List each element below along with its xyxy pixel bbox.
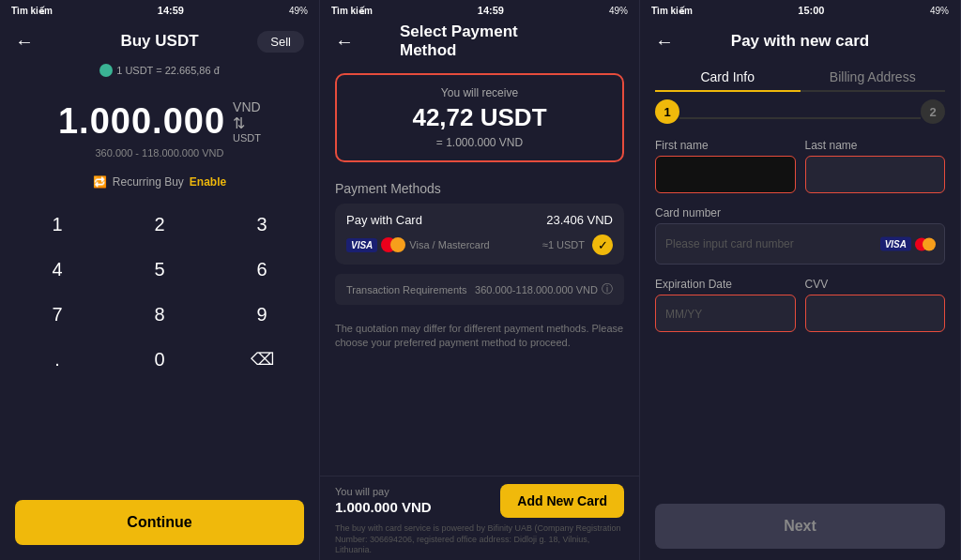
card-types-text: Visa / Mastercard — [409, 239, 489, 250]
mc-circle-orange-2 — [923, 237, 936, 250]
page-title-3: Pay with new card — [731, 32, 869, 51]
receive-label: You will receive — [348, 86, 611, 99]
status-right-2: 49% — [609, 6, 628, 16]
add-new-card-button[interactable]: Add New Card — [500, 484, 624, 518]
card-right: ≈1 USDT ✓ — [542, 235, 613, 255]
status-left-2: Tìm kiếm — [331, 6, 373, 16]
swap-icon[interactable]: ⇅ — [233, 114, 245, 132]
amount-display: 1.000.000 VND ⇅ USDT — [0, 99, 319, 144]
panel2-footer: You will pay 1.000.000 VND Add New Card … — [320, 476, 639, 560]
last-name-group: Last name — [805, 139, 946, 193]
name-row: First name Last name — [655, 139, 945, 193]
status-center-3: 15:00 — [798, 5, 824, 16]
trans-req-value: 360.000-118.000.000 VND ⓘ — [475, 281, 613, 297]
pay-with-card-label: Pay with Card — [346, 213, 422, 227]
keypad: 1 2 3 4 5 6 7 8 9 . 0 ⌫ — [0, 204, 319, 492]
recurring-label: Recurring Buy — [113, 175, 184, 189]
back-button-2[interactable]: ← — [335, 31, 354, 53]
receive-amount: 42,72 USDT — [348, 103, 611, 132]
last-name-input[interactable] — [805, 156, 946, 193]
enable-button[interactable]: Enable — [190, 175, 226, 189]
pay-amount: 23.406 VND — [546, 213, 613, 227]
you-will-pay-label: You will pay — [335, 486, 432, 497]
tab-billing-address[interactable]: Billing Address — [801, 69, 946, 90]
key-2[interactable]: 2 — [117, 204, 202, 245]
step-1-circle: 1 — [655, 99, 679, 124]
payment-card-option[interactable]: Pay with Card 23.406 VND VISA Visa / Mas… — [335, 204, 624, 265]
key-3[interactable]: 3 — [220, 204, 304, 245]
check-icon: ✓ — [592, 235, 613, 255]
range-text: 360.000 - 118.000.000 VND — [0, 147, 319, 159]
visa-logo-card: VISA — [880, 237, 911, 251]
step-indicators: 1 2 — [640, 92, 960, 128]
currency-group: VND ⇅ USDT — [233, 99, 261, 144]
payment-methods-title: Payment Methods — [320, 181, 639, 196]
tab-header: Card Info Billing Address — [640, 62, 960, 90]
back-button-1[interactable]: ← — [15, 31, 34, 53]
page-title-2: Select Payment Method — [400, 23, 559, 60]
info-icon: ⓘ — [602, 281, 613, 297]
expiry-label: Expiration Date — [655, 278, 796, 291]
last-name-label: Last name — [805, 139, 946, 152]
rate-text: 1 USDT = 22.665,86 đ — [116, 65, 220, 76]
cvv-input[interactable] — [805, 295, 946, 332]
keypad-row-4: . 0 ⌫ — [15, 339, 304, 380]
panel-select-payment: Tìm kiếm 14:59 49% ← Select Payment Meth… — [320, 0, 640, 560]
header-1: ← Buy USDT Sell — [0, 21, 319, 62]
coin-icon — [99, 64, 113, 77]
key-0[interactable]: 0 — [117, 339, 202, 380]
trans-req-label: Transaction Requirements — [346, 284, 467, 295]
key-6[interactable]: 6 — [220, 249, 304, 290]
status-bar-1: Tìm kiếm 14:59 49% — [0, 0, 319, 21]
footer-row: You will pay 1.000.000 VND Add New Card — [335, 484, 624, 518]
mc-logo-card — [915, 237, 936, 250]
footer-content: You will pay 1.000.000 VND Add New Card … — [320, 476, 639, 560]
panel-pay-new-card: Tìm kiếm 15:00 49% ← Pay with new card C… — [640, 0, 961, 560]
card-bottom-row: VISA Visa / Mastercard ≈1 USDT ✓ — [346, 235, 613, 255]
key-8[interactable]: 8 — [117, 294, 202, 335]
back-button-3[interactable]: ← — [655, 31, 674, 53]
transaction-requirements: Transaction Requirements 360.000-118.000… — [335, 274, 624, 305]
tab-card-info[interactable]: Card Info — [655, 69, 801, 90]
key-5[interactable]: 5 — [117, 249, 202, 290]
next-button[interactable]: Next — [655, 504, 945, 549]
expiry-input[interactable] — [655, 295, 796, 332]
key-7[interactable]: 7 — [15, 294, 99, 335]
payment-card-top: Pay with Card 23.406 VND — [346, 213, 613, 227]
first-name-label: First name — [655, 139, 796, 152]
step-2-circle: 2 — [921, 99, 945, 124]
step-line — [679, 117, 921, 119]
key-9[interactable]: 9 — [220, 294, 304, 335]
card-number-wrapper: VISA — [655, 223, 945, 265]
status-center-1: 14:59 — [158, 5, 184, 16]
first-name-group: First name — [655, 139, 796, 193]
key-1[interactable]: 1 — [15, 204, 99, 245]
card-logos-overlay: VISA — [880, 237, 936, 251]
recurring-icon: 🔁 — [93, 175, 107, 189]
status-center-2: 14:59 — [478, 5, 504, 16]
page-title-1: Buy USDT — [120, 32, 198, 51]
status-left-1: Tìm kiếm — [11, 6, 53, 16]
mc-circle-orange — [390, 237, 405, 252]
header-2: ← Select Payment Method — [320, 21, 639, 62]
header-3: ← Pay with new card — [640, 21, 960, 62]
sell-button[interactable]: Sell — [257, 31, 304, 53]
card-number-group: Card number VISA — [655, 206, 945, 265]
recurring-row: 🔁 Recurring Buy Enable — [0, 175, 319, 189]
status-bar-2: Tìm kiếm 14:59 49% — [320, 0, 639, 21]
currency-label: VND — [233, 99, 261, 114]
first-name-input[interactable] — [655, 156, 796, 193]
keypad-row-2: 4 5 6 — [15, 249, 304, 290]
key-4[interactable]: 4 — [15, 249, 99, 290]
key-dot[interactable]: . — [15, 339, 99, 380]
continue-button[interactable]: Continue — [15, 500, 304, 545]
card-logos: VISA Visa / Mastercard — [346, 237, 490, 252]
receive-vnd: = 1.000.000 VND — [348, 136, 611, 149]
amount-number: 1.000.000 — [58, 101, 225, 142]
panel-buy-usdt: Tìm kiếm 14:59 49% ← Buy USDT Sell 1 USD… — [0, 0, 320, 560]
you-will-pay-amount: 1.000.000 VND — [335, 499, 432, 515]
quotation-text: The quotation may differ for different p… — [335, 322, 624, 351]
status-left-3: Tìm kiếm — [651, 6, 693, 16]
key-delete[interactable]: ⌫ — [220, 339, 304, 380]
card-number-label: Card number — [655, 206, 945, 219]
